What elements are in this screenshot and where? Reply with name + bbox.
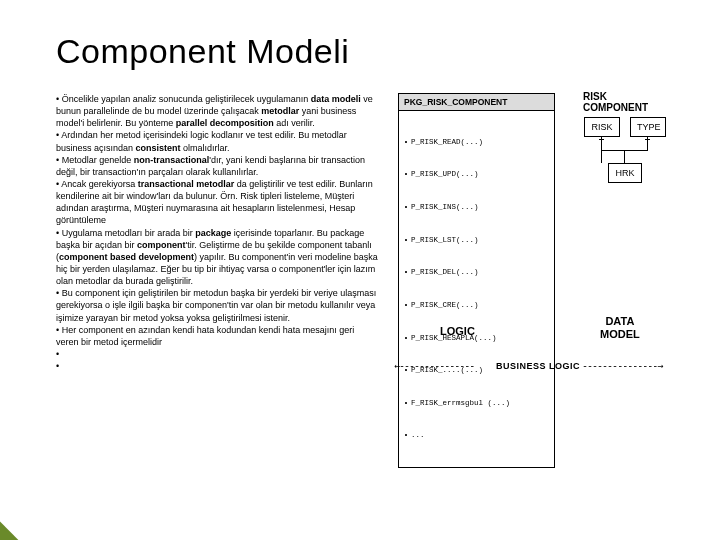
pkg-item: ... (411, 430, 425, 441)
pkg-row: •P_RISK_LST(...) (401, 235, 550, 246)
bullet-6: • Bu component için geliştirilen bir met… (56, 287, 378, 323)
slide-title: Component Modeli (56, 32, 672, 71)
corner-decoration (0, 514, 26, 540)
connector-line (624, 150, 625, 163)
bold: data modeli (311, 94, 361, 104)
text: • Metodlar genelde (56, 155, 134, 165)
slide-body: • Öncelikle yapılan analiz sonucunda gel… (56, 93, 672, 372)
pkg-item: P_RISK_READ(...) (411, 137, 483, 148)
bullet-icon: • (401, 398, 411, 409)
pkg-item: P_RISK_LST(...) (411, 235, 479, 246)
package-title: PKG_RISK_COMPONENT (399, 94, 554, 111)
text-column: • Öncelikle yapılan analiz sonucunda gel… (56, 93, 378, 372)
bullet-icon: • (401, 169, 411, 180)
slide: Component Modeli • Öncelikle yapılan ana… (0, 0, 720, 540)
bullet-8: • (56, 348, 378, 360)
pkg-row: •P_RISK_HESAPLA(...) (401, 333, 550, 344)
pkg-row: •P_RISK_CRE(...) (401, 300, 550, 311)
text: DATA (605, 315, 634, 327)
text: • Öncelikle yapılan analiz sonucunda gel… (56, 94, 311, 104)
text: • Ancak gerekiyorsa (56, 179, 138, 189)
bullet-icon: • (401, 267, 411, 278)
bullet-1: • Öncelikle yapılan analiz sonucunda gel… (56, 93, 378, 129)
pkg-item: P_RISK_CRE(...) (411, 300, 479, 311)
bold: consistent (136, 143, 181, 153)
arrow-right-icon: ---------------→ (582, 360, 662, 371)
bold: non-transactional (134, 155, 210, 165)
bullet-icon: • (401, 235, 411, 246)
diagram-column: PKG_RISK_COMPONENT •P_RISK_READ(...) •P_… (398, 93, 672, 372)
pkg-row: •P_RISK_UPD(...) (401, 169, 550, 180)
package-body: •P_RISK_READ(...) •P_RISK_UPD(...) •P_RI… (399, 111, 554, 467)
bullet-2: • Ardından her metod içerisindeki logic … (56, 129, 378, 153)
entity-hrk: HRK (608, 163, 642, 183)
text: MODEL (600, 328, 640, 340)
pkg-row: •P_RISK_INS(...) (401, 202, 550, 213)
pkg-item: P_RISK_UPD(...) (411, 169, 479, 180)
pkg-row: •... (401, 430, 550, 441)
bullet-4: • Ancak gerekiyorsa transactional metodl… (56, 178, 378, 227)
bullet-9: • (56, 360, 378, 372)
pkg-item: F_RISK_errmsgbul (...) (411, 398, 510, 409)
package-box: PKG_RISK_COMPONENT •P_RISK_READ(...) •P_… (398, 93, 555, 468)
text: adı verilir. (274, 118, 315, 128)
bold: component (137, 240, 186, 250)
connector-tick (599, 139, 604, 140)
connector-tick (645, 139, 650, 140)
entity-type: TYPE (630, 117, 666, 137)
text: içerisinde toparlanır. (231, 228, 314, 238)
data-model-label: DATA MODEL (600, 315, 640, 341)
text: olmalıdırlar. (181, 143, 230, 153)
entity-risk: RISK (584, 117, 620, 137)
pkg-item: P_RISK_DEL(...) (411, 267, 479, 278)
bullet-icon: • (401, 137, 411, 148)
bold: metodlar (261, 106, 299, 116)
bold: component based development (59, 252, 194, 262)
pkg-row: •P_RISK_DEL(...) (401, 267, 550, 278)
logic-label: LOGIC (440, 325, 475, 337)
bullet-icon: • (401, 300, 411, 311)
bullet-icon: • (401, 333, 411, 344)
bullet-7: • Her component en azından kendi hata ko… (56, 324, 378, 348)
bullet-5: • Uygulama metodları bir arada bir packa… (56, 227, 378, 288)
bullet-3: • Metodlar genelde non-transactional'dır… (56, 154, 378, 178)
bold: parallel decomposition (176, 118, 274, 128)
bold: package (195, 228, 231, 238)
bold: transactional metodlar (138, 179, 235, 189)
pkg-item: P_RISK_INS(...) (411, 202, 479, 213)
text: • Uygulama metodları bir arada bir (56, 228, 195, 238)
pkg-row: •F_RISK_errmsgbul (...) (401, 398, 550, 409)
bullet-icon: • (401, 430, 411, 441)
risk-component-label: RISK COMPONENT (583, 91, 672, 113)
pkg-row: •P_RISK_READ(...) (401, 137, 550, 148)
bullet-icon: • (401, 202, 411, 213)
